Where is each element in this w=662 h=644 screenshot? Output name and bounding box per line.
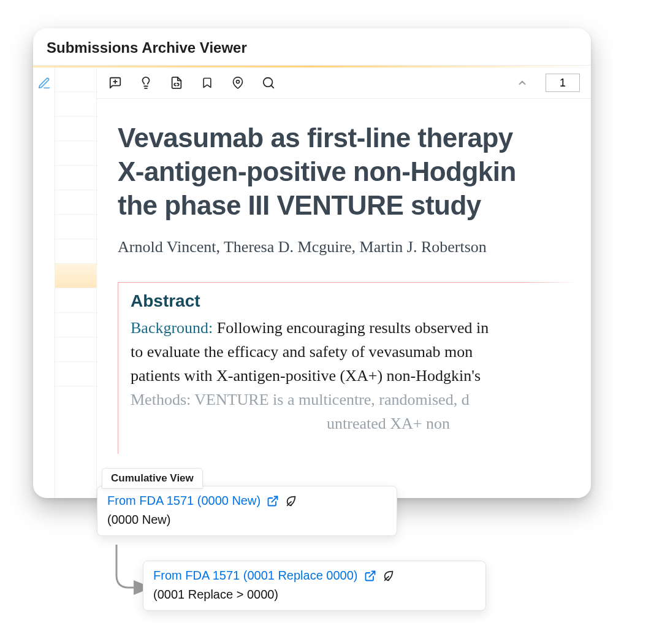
lifecycle-card-replace: From FDA 1571 (0001 Replace 0000) (0001 … (143, 561, 486, 611)
viewer-window: Submissions Archive Viewer (33, 28, 591, 498)
svg-line-4 (271, 85, 273, 88)
lifecycle-link[interactable]: From FDA 1571 (0000 New) (107, 494, 261, 508)
map-pin-icon[interactable] (230, 75, 245, 90)
thumbnail-sidebar (55, 67, 97, 498)
content-row: Vevasumab as first-line therapy X-antige… (33, 67, 591, 498)
lifecycle-status: (0001 Replace > 0000) (153, 588, 476, 602)
abstract-body: Background: Following encouraging result… (131, 316, 578, 435)
comment-add-icon[interactable] (108, 75, 123, 90)
toolbar (97, 67, 591, 99)
title-line: the phase III VENTURE study (118, 188, 591, 222)
bookmark-icon[interactable] (200, 75, 215, 90)
lifecycle-card-original: From FDA 1571 (0000 New) (0000 New) (97, 486, 397, 536)
title-line: Vevasumab as first-line therapy (118, 121, 591, 155)
lightbulb-icon[interactable] (139, 75, 153, 90)
document-authors: Arnold Vincent, Theresa D. Mcguire, Mart… (118, 238, 591, 256)
search-icon[interactable] (261, 75, 276, 90)
abstract-text: patients with X-antigen-positive (XA+) n… (131, 364, 578, 388)
list-item[interactable] (55, 67, 96, 92)
chevron-up-icon[interactable] (515, 75, 530, 90)
leaf-icon (285, 494, 299, 508)
abstract-text: to evaluate the efficacy and safety of v… (131, 340, 578, 364)
page-number-input[interactable] (546, 74, 580, 92)
list-item[interactable] (55, 313, 96, 337)
list-item[interactable] (55, 190, 96, 215)
abstract-box: Abstract Background: Following encouragi… (118, 282, 591, 454)
document-viewport[interactable]: Vevasumab as first-line therapy X-antige… (97, 99, 591, 498)
list-item-selected[interactable] (55, 264, 96, 288)
external-link-icon[interactable] (267, 495, 279, 507)
lifecycle-link[interactable]: From FDA 1571 (0001 Replace 0000) (153, 569, 358, 583)
abstract-heading: Abstract (131, 291, 578, 311)
window-title: Submissions Archive Viewer (33, 28, 591, 66)
abstract-label: Background: (131, 319, 213, 337)
svg-line-5 (272, 496, 277, 502)
list-item[interactable] (55, 239, 96, 264)
list-item[interactable] (55, 288, 96, 313)
list-item[interactable] (55, 362, 96, 386)
list-item[interactable] (55, 215, 96, 239)
list-item[interactable] (55, 141, 96, 166)
abstract-label: Methods: (131, 391, 191, 408)
main-area: Vevasumab as first-line therapy X-antige… (97, 67, 591, 498)
list-item[interactable] (55, 92, 96, 117)
svg-line-7 (369, 571, 375, 577)
title-line: X-antigen-positive non-Hodgkin (118, 155, 591, 188)
list-item[interactable] (55, 117, 96, 141)
abstract-text: untreated XA+ non (327, 415, 450, 432)
cumulative-view-label: Cumulative View (102, 468, 203, 489)
document-title: Vevasumab as first-line therapy X-antige… (118, 121, 591, 222)
svg-point-2 (237, 80, 240, 83)
list-item[interactable] (55, 166, 96, 190)
external-link-icon[interactable] (364, 570, 376, 582)
leaf-icon (382, 569, 396, 583)
list-item[interactable] (55, 337, 96, 362)
file-link-icon[interactable] (169, 75, 184, 90)
abstract-text: VENTURE is a multicentre, randomised, d (191, 391, 469, 408)
left-rail (33, 67, 55, 498)
abstract-text: Following encouraging results observed i… (213, 319, 489, 337)
lifecycle-status: (0000 New) (107, 513, 387, 527)
pencil-icon[interactable] (37, 76, 51, 91)
